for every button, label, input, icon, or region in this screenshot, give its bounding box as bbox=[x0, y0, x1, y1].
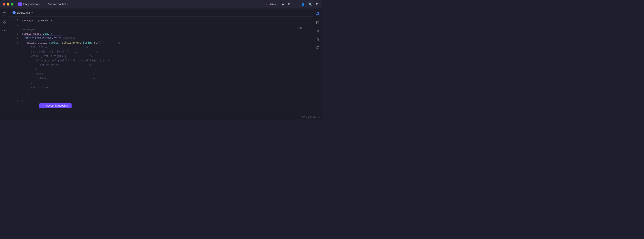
line-num-ghost3 bbox=[11, 54, 18, 58]
demo-run-badge[interactable]: ✕ Demo ⌄ bbox=[266, 3, 279, 6]
ghost-line-8: right--; ^9 bbox=[22, 76, 311, 81]
line-num-6: 6 bbox=[11, 94, 18, 99]
line-num-ghost6 bbox=[11, 67, 18, 72]
credit-text: CSDN @TanJieLee bbox=[301, 116, 320, 119]
titlebar-right: ✕ Demo ⌄ ▶ ⚙ ⋮ 👤 🔍 ⚙ bbox=[266, 2, 319, 7]
svg-rect-1 bbox=[5, 21, 6, 22]
line-num-ghost4 bbox=[11, 58, 18, 63]
settings-icon[interactable]: ⚙ bbox=[315, 2, 319, 7]
account-icon[interactable]: 👤 bbox=[300, 2, 306, 7]
tab-label: Demo.java bbox=[17, 11, 30, 14]
ghost-line-1: int left = 0; ^2 bbox=[22, 45, 311, 50]
more-options-button[interactable]: ⋮ bbox=[294, 2, 298, 7]
ai-tooltip-text: 判断一个字符串是否为回文字符串 bbox=[24, 36, 61, 39]
code-line-1: package org.example; bbox=[22, 18, 311, 23]
svg-point-6 bbox=[6, 30, 6, 31]
code-line-5: public static boolean isPalindrome(Strin… bbox=[22, 41, 311, 45]
ghost-line-9: } bbox=[22, 81, 311, 85]
svg-point-5 bbox=[4, 30, 5, 31]
version-control-button[interactable]: Version control ⌄ bbox=[48, 3, 69, 6]
line-num-5: 5 bbox=[11, 41, 18, 45]
code-editor[interactable]: 判断一个字符串是否为回文字符串 1 2 3 4 5 bbox=[9, 16, 313, 115]
main-layout: Demo.java ✕ ⋮ 判断一个字符串是否为回文字符串 1 2 bbox=[0, 8, 322, 115]
separator: | bbox=[45, 2, 46, 6]
version-control-chevron: ⌄ bbox=[67, 3, 69, 5]
tab-demo-java[interactable]: Demo.java ✕ bbox=[10, 9, 36, 16]
svg-point-4 bbox=[2, 30, 3, 31]
java-file-icon bbox=[12, 11, 16, 14]
svg-rect-2 bbox=[3, 23, 4, 24]
titlebar: T tongyi-demo ⌄ | Version control ⌄ ✕ De… bbox=[0, 0, 322, 8]
line-num-ghost10 bbox=[11, 85, 18, 90]
ai-tooltip: 判断一个字符串是否为回文字符串 bbox=[23, 35, 63, 40]
ghost-line-2: int right = str.length() - 1; ^3 bbox=[22, 50, 311, 54]
search-icon[interactable]: 🔍 bbox=[308, 2, 313, 7]
line-num-meta bbox=[11, 27, 18, 32]
off-badge: OFF bbox=[298, 27, 302, 30]
code-content: package org.example; no usages public cl… bbox=[20, 16, 311, 115]
sidebar-more-icon[interactable] bbox=[1, 27, 8, 34]
editor-area: Demo.java ✕ ⋮ 判断一个字符串是否为回文字符串 1 2 bbox=[9, 8, 313, 115]
svg-point-7 bbox=[318, 12, 319, 13]
accept-suggestion-label: Accept Suggestion bbox=[46, 104, 68, 107]
line-num-ghost7 bbox=[11, 72, 18, 76]
ghost-line-7: left++; ^8 bbox=[22, 72, 311, 76]
line-num-4: 4 bbox=[11, 36, 18, 41]
svg-rect-3 bbox=[5, 23, 6, 24]
line-num-7: 7 bbox=[11, 99, 18, 103]
line-num-ghost1 bbox=[11, 45, 18, 50]
ghost-line-10: return true; bbox=[22, 85, 311, 90]
sidebar-structure-icon[interactable] bbox=[1, 19, 8, 26]
sidebar-left bbox=[0, 8, 9, 115]
code-line-7: } bbox=[22, 99, 311, 103]
line-num-ghost2 bbox=[11, 50, 18, 54]
traffic-lights bbox=[3, 3, 14, 5]
maximize-button[interactable] bbox=[11, 3, 14, 5]
line-num-2: 2 bbox=[11, 23, 18, 27]
line-num-1: 1 bbox=[11, 18, 18, 23]
code-line-2 bbox=[22, 23, 311, 27]
minimize-button[interactable] bbox=[7, 3, 10, 5]
scrollbar[interactable] bbox=[311, 16, 313, 115]
ghost-line-6: } ^7 bbox=[22, 67, 311, 72]
ghost-line-3: while (left < right) { ^4 bbox=[22, 54, 311, 58]
tab-close-icon[interactable]: ✕ bbox=[31, 11, 33, 14]
project-name: tongyi-demo bbox=[23, 3, 38, 6]
code-line-4: ⬡ // 判断一个字符串是否为回文字符串 bbox=[22, 36, 311, 41]
code-line-meta: no usages bbox=[22, 27, 311, 32]
project-icon: T bbox=[18, 2, 22, 6]
notification-icon[interactable] bbox=[314, 10, 321, 17]
line-num-ghost9 bbox=[11, 81, 18, 85]
tab-more-icon[interactable]: ⋮ bbox=[307, 11, 311, 16]
ghost-line-5: return false; ^6 bbox=[22, 63, 311, 67]
debug-button[interactable]: ⚙ bbox=[287, 2, 291, 7]
sidebar-folder-icon[interactable] bbox=[1, 10, 8, 17]
database-icon[interactable] bbox=[314, 19, 321, 26]
main-window: T tongyi-demo ⌄ | Version control ⌄ ✕ De… bbox=[0, 0, 322, 119]
tab-bar-right: ⋮ bbox=[307, 11, 313, 16]
accept-suggestion-button[interactable]: ↵ Accept Suggestion bbox=[39, 103, 72, 108]
line-numbers: 1 2 3 4 5 6 bbox=[9, 16, 20, 115]
svg-point-8 bbox=[316, 21, 319, 22]
ghost-line-4: if (str.charAt(left)!= str.charAt(right)… bbox=[22, 58, 311, 63]
run-button[interactable]: ▶ bbox=[281, 2, 285, 7]
maven-icon[interactable]: m bbox=[314, 27, 321, 34]
line-num-3: 3 bbox=[11, 32, 18, 36]
code-line-3: public class Demo { bbox=[22, 32, 311, 36]
tongyi-ai-icon[interactable] bbox=[314, 36, 321, 43]
close-button[interactable] bbox=[3, 3, 5, 5]
bookmark-icon[interactable] bbox=[314, 44, 321, 51]
right-sidebar: m bbox=[313, 8, 322, 115]
line-num-ghost8 bbox=[11, 76, 18, 81]
demo-chevron-icon: ⌄ bbox=[277, 3, 279, 5]
status-bar: CSDN @TanJieLee bbox=[0, 115, 322, 119]
tab-bar: Demo.java ✕ ⋮ bbox=[9, 8, 313, 16]
version-control-label: Version control bbox=[48, 3, 66, 6]
project-badge[interactable]: T tongyi-demo ⌄ bbox=[17, 2, 42, 6]
line-num-ghost5 bbox=[11, 63, 18, 67]
line-num-ghost11 bbox=[11, 90, 18, 94]
ghost-line-11: } bbox=[22, 90, 311, 94]
code-line-6 bbox=[22, 94, 311, 99]
accept-arrow-icon: ↵ bbox=[42, 104, 45, 107]
demo-label: Demo bbox=[269, 3, 276, 6]
